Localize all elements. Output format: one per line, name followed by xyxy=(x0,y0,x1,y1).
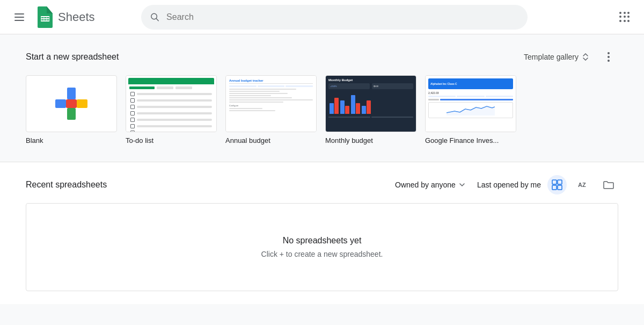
template-blank-label: Blank xyxy=(26,136,117,145)
app-name: Sheets xyxy=(58,10,95,24)
app-logo[interactable]: Sheets xyxy=(36,6,95,28)
template-section-title: Start a new spreadsheet xyxy=(26,52,119,62)
svg-rect-21 xyxy=(552,180,557,184)
sort-az-button[interactable]: AZ xyxy=(573,175,592,194)
template-annual-budget-label: Annual budget xyxy=(225,136,317,145)
template-annual-budget-thumbnail: Annual budget tracker Configure xyxy=(225,75,317,132)
chevron-updown-icon xyxy=(581,52,590,62)
folder-view-button[interactable] xyxy=(599,175,618,194)
apps-grid-icon xyxy=(619,12,630,23)
svg-point-13 xyxy=(608,60,610,62)
svg-rect-2 xyxy=(14,20,24,21)
owned-by-dropdown[interactable]: Owned by anyone xyxy=(391,177,471,192)
template-gallery-button[interactable]: Template gallery xyxy=(519,49,595,65)
template-todo-thumbnail xyxy=(126,75,217,132)
recent-header: Recent spreadsheets Owned by anyone Last… xyxy=(26,175,618,194)
svg-rect-0 xyxy=(14,13,24,15)
search-bar[interactable] xyxy=(141,5,528,30)
grid-view-icon xyxy=(552,179,562,190)
app-header: Sheets xyxy=(0,0,644,34)
svg-point-12 xyxy=(608,56,610,58)
last-opened-label: Last opened by me xyxy=(477,180,541,189)
svg-rect-14 xyxy=(55,99,66,108)
template-blank[interactable]: Blank xyxy=(26,75,117,145)
template-monthly-budget-label: Monthly budget xyxy=(325,136,416,145)
svg-rect-1 xyxy=(14,17,24,18)
template-google-finance-label: Google Finance Inves... xyxy=(425,136,516,145)
more-options-button[interactable] xyxy=(599,47,618,67)
svg-rect-24 xyxy=(558,185,562,190)
recent-controls: Owned by anyone Last opened by me AZ xyxy=(391,175,618,194)
svg-rect-8 xyxy=(46,16,47,21)
hamburger-icon xyxy=(14,13,24,21)
template-google-finance[interactable]: Alphabet Inc Class C 2,422.03 xyxy=(425,75,516,145)
blank-plus-icon xyxy=(55,88,87,120)
template-monthly-budget-thumbnail: Monthly Budget +150% $500 xyxy=(325,75,416,132)
template-header: Start a new spreadsheet Template gallery xyxy=(26,47,618,67)
svg-rect-19 xyxy=(67,108,76,120)
owned-by-label: Owned by anyone xyxy=(395,180,456,189)
svg-rect-6 xyxy=(41,16,42,21)
sort-az-icon: AZ xyxy=(577,179,588,190)
svg-rect-18 xyxy=(67,99,76,108)
svg-rect-22 xyxy=(558,180,562,184)
owned-by-chevron-icon xyxy=(458,180,466,189)
svg-rect-5 xyxy=(41,20,49,21)
svg-rect-17 xyxy=(67,88,76,99)
svg-rect-4 xyxy=(41,18,49,19)
template-monthly-budget[interactable]: Monthly Budget +150% $500 xyxy=(325,75,416,145)
sheets-logo-icon xyxy=(36,6,54,28)
svg-rect-3 xyxy=(41,16,49,17)
recent-section-title: Recent spreadsheets xyxy=(26,180,107,190)
svg-marker-20 xyxy=(447,106,495,115)
template-todo-label: To-do list xyxy=(126,136,217,145)
template-google-finance-thumbnail: Alphabet Inc Class C 2,422.03 xyxy=(425,75,516,132)
recent-section: Recent spreadsheets Owned by anyone Last… xyxy=(0,162,644,304)
template-actions: Template gallery xyxy=(519,47,618,67)
template-section: Start a new spreadsheet Template gallery xyxy=(0,34,644,162)
apps-button[interactable] xyxy=(614,6,635,28)
search-icon xyxy=(150,12,160,23)
search-input[interactable] xyxy=(166,12,519,22)
empty-state-title: No spreadsheets yet xyxy=(37,236,607,245)
folder-icon xyxy=(603,180,614,190)
empty-state: No spreadsheets yet Click + to create a … xyxy=(26,203,618,291)
template-blank-thumbnail xyxy=(26,75,117,132)
menu-button[interactable] xyxy=(9,6,30,28)
svg-rect-9 xyxy=(49,16,50,21)
svg-rect-7 xyxy=(43,16,45,21)
template-todo[interactable]: To-do list xyxy=(126,75,217,145)
svg-point-10 xyxy=(151,13,157,19)
svg-text:AZ: AZ xyxy=(578,182,586,188)
template-annual-budget[interactable]: Annual budget tracker Configure xyxy=(225,75,317,145)
svg-rect-23 xyxy=(552,185,557,190)
grid-view-button[interactable] xyxy=(547,175,567,194)
empty-state-subtitle: Click + to create a new spreadsheet. xyxy=(37,250,607,258)
finance-chart-icon xyxy=(447,105,495,115)
template-grid: Blank xyxy=(26,75,618,145)
template-gallery-label: Template gallery xyxy=(524,53,579,61)
more-vert-icon xyxy=(608,52,610,62)
svg-rect-16 xyxy=(77,99,87,108)
svg-point-11 xyxy=(608,52,610,54)
